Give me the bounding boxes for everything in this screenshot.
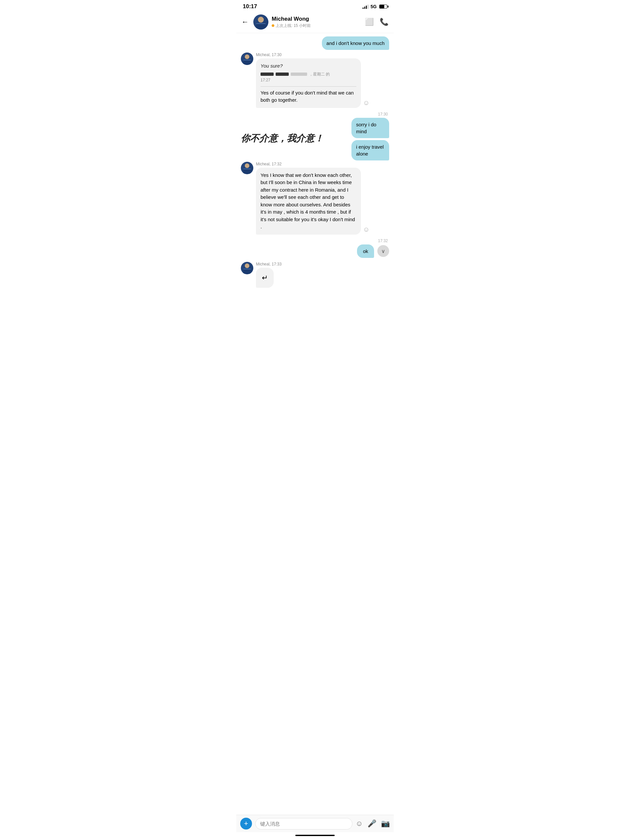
- emoji-button[interactable]: ☺: [356, 819, 363, 828]
- incoming-message-2: Micheal, 17:30 You sure? ，星期二 的 17:27 Ye…: [241, 52, 389, 108]
- bubble-out: and i don't know you much: [322, 36, 389, 50]
- message-text: Yes I know that we don't know each other…: [261, 172, 355, 230]
- redacted-3: [291, 73, 307, 76]
- mixed-row: 你不介意，我介意！ sorry i do mind i enjoy travel…: [241, 118, 389, 161]
- bubble-sorry: sorry i do mind: [351, 118, 389, 138]
- sender-name: Micheal: [256, 262, 269, 267]
- message-text: i enjoy travel alone: [356, 144, 384, 156]
- message-body: Yes of course if you don't mind that we …: [261, 86, 356, 104]
- reaction-emoji[interactable]: ☺: [363, 226, 369, 233]
- voice-call-button[interactable]: 📞: [380, 18, 388, 26]
- contact-name: Micheal Wong: [272, 16, 362, 22]
- signal-icon: [363, 4, 368, 9]
- home-bar: [295, 835, 335, 836]
- bubble-ok: ok: [357, 245, 374, 258]
- camera-button[interactable]: 📷: [381, 819, 390, 828]
- overlay-text-block: 你不介意，我介意！: [241, 132, 324, 145]
- message-meta: Micheal, 17:32: [256, 162, 389, 166]
- quote-date: ，星期二 的: [309, 71, 330, 77]
- quote-text: You sure?: [261, 62, 356, 70]
- status-time: 10:17: [243, 3, 257, 10]
- message-meta: Micheal, 17:30: [256, 52, 389, 57]
- bubble-reply-arrow: ↵: [256, 268, 274, 288]
- timestamp-17-32: 17:32: [241, 238, 389, 243]
- message-text: Yes of course if you don't mind that we …: [261, 90, 354, 103]
- sender-avatar: [241, 262, 253, 274]
- redacted-2: [276, 73, 289, 76]
- home-indicator: [236, 832, 394, 840]
- back-button[interactable]: ←: [240, 16, 250, 28]
- message-content: Micheal, 17:30 You sure? ，星期二 的 17:27 Ye…: [256, 52, 389, 108]
- add-media-button[interactable]: +: [240, 818, 252, 829]
- network-label: 5G: [371, 4, 377, 9]
- header-actions: ⬜ 📞: [365, 18, 388, 26]
- message-row: ↵: [256, 268, 389, 288]
- sender-avatar: [241, 162, 253, 174]
- quote-meta: ，星期二 的: [261, 71, 356, 77]
- last-seen-text: 上次上线: 15 小时前: [276, 23, 311, 28]
- sender-name: Micheal: [256, 52, 269, 57]
- redacted-1: [261, 73, 274, 76]
- status-right: 5G: [363, 4, 387, 9]
- plus-icon: +: [244, 819, 248, 828]
- message-content: Micheal, 17:32 Yes I know that we don't …: [256, 162, 389, 235]
- sender-avatar: [241, 52, 253, 65]
- mic-button[interactable]: 🎤: [368, 819, 376, 828]
- incoming-message-5: Micheal, 17:32 Yes I know that we don't …: [241, 162, 389, 235]
- message-text: and i don't know you much: [327, 40, 385, 46]
- message-text: sorry i do mind: [356, 122, 376, 134]
- contact-avatar: [253, 14, 268, 30]
- chat-header: ← Micheal Wong 上次上线: 15 小时前 ⬜ 📞: [236, 12, 394, 33]
- chat-body: and i don't know you much Micheal, 17:30…: [236, 33, 394, 815]
- message-input[interactable]: [255, 818, 352, 829]
- bubble-in: You sure? ，星期二 的 17:27 Yes of course if …: [256, 58, 361, 108]
- contact-status: 上次上线: 15 小时前: [272, 23, 362, 28]
- bubble-in-long: Yes I know that we don't know each other…: [256, 168, 361, 235]
- sender-name: Micheal: [256, 162, 269, 166]
- message-content: Micheal, 17:33 ↵: [256, 262, 389, 288]
- bubble-travel: i enjoy travel alone: [351, 140, 389, 161]
- timestamp-17-30: 17:30: [241, 112, 389, 117]
- status-bar: 10:17 5G: [236, 0, 394, 12]
- outgoing-ok-row: ok ∨: [241, 245, 389, 258]
- chinese-overlay: 你不介意，我介意！: [241, 132, 324, 145]
- reaction-emoji[interactable]: ☺: [363, 99, 369, 107]
- message-time: 17:30: [272, 52, 281, 57]
- online-indicator: [272, 24, 274, 27]
- video-call-button[interactable]: ⬜: [365, 18, 374, 26]
- quote-time: 17:27: [261, 77, 356, 83]
- outgoing-message-1: and i don't know you much: [241, 36, 389, 50]
- battery-icon: [379, 5, 387, 8]
- chevron-down-icon: ∨: [381, 248, 385, 254]
- message-meta: Micheal, 17:33: [256, 262, 389, 267]
- chat-input-bar: + ☺ 🎤 📷: [236, 815, 394, 832]
- incoming-message-8: Micheal, 17:33 ↵: [241, 262, 389, 288]
- scroll-down-button[interactable]: ∨: [377, 245, 389, 257]
- contact-info: Micheal Wong 上次上线: 15 小时前: [272, 16, 362, 28]
- message-row: You sure? ，星期二 的 17:27 Yes of course if …: [256, 58, 389, 108]
- message-time: 17:32: [272, 162, 281, 166]
- message-text: ok: [363, 248, 368, 254]
- reply-arrow: ↵: [262, 274, 268, 282]
- outgoing-bubbles: sorry i do mind i enjoy travel alone: [339, 118, 389, 161]
- overlay-outgoing-section: 你不介意，我介意！ sorry i do mind i enjoy travel…: [241, 118, 389, 161]
- input-icons: ☺ 🎤 📷: [356, 819, 390, 828]
- message-time: 17:33: [272, 262, 281, 267]
- message-row: Yes I know that we don't know each other…: [256, 168, 389, 235]
